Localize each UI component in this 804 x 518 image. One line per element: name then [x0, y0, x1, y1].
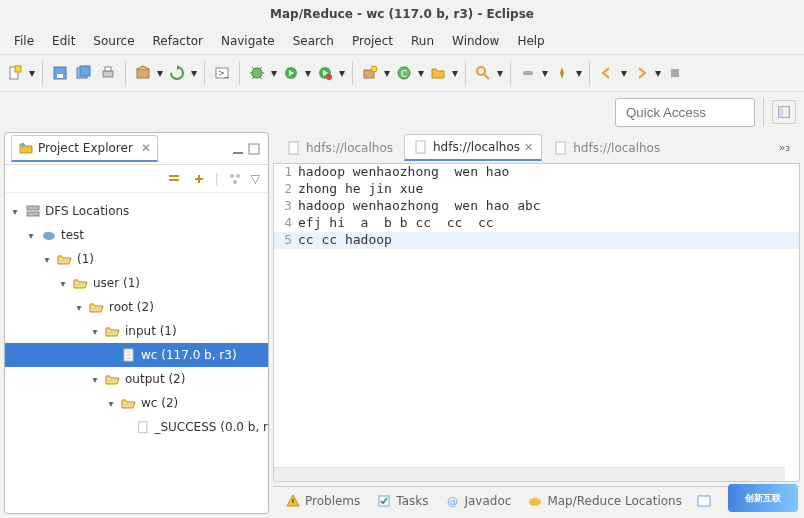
- chevron-down-icon[interactable]: ▾: [417, 66, 425, 80]
- tree-node-user[interactable]: ▾ user (1): [5, 271, 268, 295]
- folder-open-icon: [105, 323, 121, 339]
- menu-search[interactable]: Search: [285, 30, 342, 52]
- tab-label: hdfs://localhos: [306, 141, 393, 155]
- chevron-down-icon[interactable]: ▾: [190, 66, 198, 80]
- svg-point-24: [21, 143, 25, 147]
- close-icon[interactable]: ✕: [141, 141, 151, 155]
- toggle-icon[interactable]: [517, 62, 539, 84]
- perspective-button[interactable]: [772, 100, 796, 124]
- stop-icon[interactable]: [664, 62, 686, 84]
- new-class-icon[interactable]: C: [393, 62, 415, 84]
- svg-rect-40: [556, 142, 565, 154]
- problems-tab[interactable]: Problems: [279, 491, 366, 511]
- menu-window[interactable]: Window: [444, 30, 507, 52]
- refresh-icon[interactable]: [166, 62, 188, 84]
- run-icon[interactable]: [280, 62, 302, 84]
- tree-node-input[interactable]: ▾ input (1): [5, 319, 268, 343]
- tasks-tab[interactable]: Tasks: [370, 491, 434, 511]
- file-icon: [286, 140, 302, 156]
- mapreduce-tab[interactable]: Map/Reduce Locations: [521, 491, 688, 511]
- svg-rect-1: [15, 66, 21, 72]
- minimize-icon[interactable]: [230, 138, 246, 160]
- chevron-down-icon[interactable]: ▾: [496, 66, 504, 80]
- tree-node-success[interactable]: _SUCCESS (0.0 b, r: [5, 415, 268, 439]
- console-icon[interactable]: [696, 493, 712, 509]
- menu-help[interactable]: Help: [509, 30, 552, 52]
- chevron-down-icon[interactable]: ▾: [575, 66, 583, 80]
- save-icon[interactable]: [49, 62, 71, 84]
- svg-rect-6: [103, 71, 113, 77]
- menu-run[interactable]: Run: [403, 30, 442, 52]
- javadoc-tab[interactable]: @Javadoc: [438, 491, 517, 511]
- debug-icon[interactable]: [246, 62, 268, 84]
- editor-tab-3[interactable]: hdfs://localhos: [544, 135, 669, 161]
- menu-source[interactable]: Source: [85, 30, 142, 52]
- terminal-icon[interactable]: >_: [211, 62, 233, 84]
- tree-label: DFS Locations: [45, 204, 129, 218]
- code-line: hadoop wenhaozhong wen hao abc: [298, 198, 541, 215]
- folder-open-icon: [89, 299, 105, 315]
- mapreduce-icon: [527, 493, 543, 509]
- print-icon[interactable]: [97, 62, 119, 84]
- tree-node-dfs[interactable]: ▾ DFS Locations: [5, 199, 268, 223]
- menu-refactor[interactable]: Refactor: [145, 30, 211, 52]
- editor-tab-1[interactable]: hdfs://localhos: [277, 135, 402, 161]
- javadoc-icon: @: [444, 493, 460, 509]
- link-editor-icon[interactable]: [191, 171, 207, 187]
- svg-rect-26: [249, 144, 259, 154]
- quick-access-input[interactable]: [615, 98, 755, 127]
- text-editor[interactable]: 1hadoop wenhaozhong wen hao 2zhong he ji…: [273, 164, 800, 482]
- close-icon[interactable]: ✕: [524, 141, 533, 154]
- tree-label: root (2): [109, 300, 154, 314]
- chevron-down-icon[interactable]: ▾: [270, 66, 278, 80]
- chevron-down-icon[interactable]: ▾: [620, 66, 628, 80]
- view-menu-icon[interactable]: ▽: [251, 172, 260, 186]
- package-icon[interactable]: [132, 62, 154, 84]
- new-icon[interactable]: [4, 62, 26, 84]
- chevron-down-icon[interactable]: ▾: [383, 66, 391, 80]
- menu-navigate[interactable]: Navigate: [213, 30, 283, 52]
- run-last-icon[interactable]: [314, 62, 336, 84]
- project-explorer-tab[interactable]: Project Explorer ✕: [11, 135, 158, 162]
- project-explorer-view: Project Explorer ✕ | ▽ ▾ DFS Locations ▾…: [4, 132, 269, 514]
- editor-tab-2[interactable]: hdfs://localhos ✕: [404, 134, 542, 161]
- code-line: zhong he jin xue: [298, 181, 423, 198]
- chevron-down-icon[interactable]: ▾: [654, 66, 662, 80]
- maximize-icon[interactable]: [246, 138, 262, 160]
- more-tabs[interactable]: »₃: [773, 141, 796, 154]
- pin-icon[interactable]: [551, 62, 573, 84]
- chevron-down-icon[interactable]: ▾: [338, 66, 346, 80]
- svg-point-35: [44, 232, 48, 236]
- tree-node-wc-file[interactable]: wc (117.0 b, r3): [5, 343, 268, 367]
- file-icon: [121, 347, 137, 363]
- chevron-down-icon[interactable]: ▾: [156, 66, 164, 80]
- new-folder-icon[interactable]: [427, 62, 449, 84]
- menu-file[interactable]: File: [6, 30, 42, 52]
- tree-node-output[interactable]: ▾ output (2): [5, 367, 268, 391]
- file-icon: [136, 419, 151, 435]
- chevron-down-icon[interactable]: ▾: [451, 66, 459, 80]
- search-icon[interactable]: [472, 62, 494, 84]
- tree-node-root[interactable]: ▾ root (2): [5, 295, 268, 319]
- line-number: 5: [274, 232, 298, 249]
- tree-label: user (1): [93, 276, 140, 290]
- svg-text:>_: >_: [218, 69, 230, 78]
- code-line: efj hi a b b cc cc cc: [298, 215, 494, 232]
- new-package-icon[interactable]: [359, 62, 381, 84]
- tree-node-wc-dir[interactable]: ▾ wc (2): [5, 391, 268, 415]
- tree-node-1[interactable]: ▾ (1): [5, 247, 268, 271]
- collapse-all-icon[interactable]: [167, 171, 183, 187]
- chevron-down-icon[interactable]: ▾: [28, 66, 36, 80]
- back-icon[interactable]: [596, 62, 618, 84]
- forward-icon[interactable]: [630, 62, 652, 84]
- chevron-down-icon[interactable]: ▾: [304, 66, 312, 80]
- menu-edit[interactable]: Edit: [44, 30, 83, 52]
- horizontal-scrollbar[interactable]: [274, 467, 785, 481]
- menu-project[interactable]: Project: [344, 30, 401, 52]
- chevron-down-icon[interactable]: ▾: [541, 66, 549, 80]
- filter-icon[interactable]: [227, 171, 243, 187]
- save-all-icon[interactable]: [73, 62, 95, 84]
- tree-view[interactable]: ▾ DFS Locations ▾ test ▾ (1) ▾ user (1) …: [5, 193, 268, 513]
- tree-node-test[interactable]: ▾ test: [5, 223, 268, 247]
- svg-point-44: [529, 498, 541, 506]
